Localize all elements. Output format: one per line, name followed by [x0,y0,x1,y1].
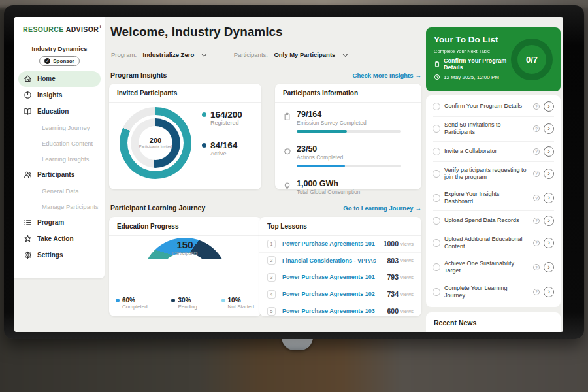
card-title: Invited Participants [109,84,261,103]
lesson-rank: 3 [267,273,276,282]
task-go-button[interactable]: › [544,146,554,157]
legend-registered: 164/200 Registered [202,110,242,126]
stat-emission-survey: 79/164 Emission Survey Completed [283,110,401,133]
todo-summary-card: Your To Do List Complete Your Next Task:… [426,27,561,91]
lesson-link[interactable]: Power Purchase Agreements 103 [282,308,387,314]
task-go-button[interactable]: › [544,123,554,134]
task-label[interactable]: Upload Spend Data Records [444,217,529,224]
help-icon[interactable]: ? [533,171,540,177]
help-icon[interactable]: ? [533,125,540,132]
task-go-button[interactable]: › [544,216,554,226]
participants-select[interactable]: Participants: Only My Participants [234,48,346,59]
gauge-center-label: Participants [109,250,261,256]
task-go-button[interactable]: › [544,193,554,203]
sidebar-item-take-action[interactable]: Take Action [18,231,101,247]
sidebar-item-general-data[interactable]: General Data [18,184,101,199]
sidebar-item-label: Education Content [42,140,93,147]
task-go-button[interactable]: › [544,287,554,297]
sidebar-item-label: Settings [37,252,63,259]
task-label[interactable]: Achieve One Sustainability Target [444,260,529,275]
due-label: 12 May 2025, 12:00 PM [444,74,499,80]
gauge-center: 150 Participants [109,239,261,256]
lesson-link[interactable]: Power Purchase Agreements 101 [282,274,387,280]
stat-label: Actions Completed [297,154,401,161]
help-icon[interactable]: ? [533,240,540,246]
legend-not-started: 10% Not Started [221,297,254,310]
task-checkbox[interactable] [433,239,440,247]
help-icon[interactable]: ? [533,195,540,201]
task-row: Complete Your Learning Journey ? › [433,280,554,305]
legend-value: 60% [122,297,135,304]
invited-legend: 164/200 Registered 84/164 Active [202,110,242,171]
task-go-button[interactable]: › [544,101,554,112]
task-checkbox[interactable] [433,217,440,225]
task-label[interactable]: Upload Additional Educational Content [444,236,529,251]
task-checkbox[interactable] [433,194,440,202]
help-icon[interactable]: ? [533,218,540,224]
program-insights-header: Program Insights Check More Insights→ [110,71,421,79]
views-suffix: views [400,308,414,314]
sidebar-item-manage-participants[interactable]: Manage Participants [18,199,101,214]
sidebar-item-learning-insights[interactable]: Learning Insights [18,152,101,167]
task-label[interactable]: Send 50 Invitations to Participants [444,122,529,137]
participants-value: Only My Participants [274,51,335,58]
sidebar-item-label: General Data [42,188,79,195]
task-checkbox[interactable] [433,170,440,178]
help-icon[interactable]: ? [533,148,540,155]
legend-label: Pending [178,304,197,310]
task-go-button[interactable]: › [544,238,554,248]
help-icon[interactable]: ? [533,289,540,295]
sidebar-item-label: Insights [37,91,62,99]
education-progress-card: Education Progress 150 Participants 60% … [109,217,261,316]
help-icon[interactable]: ? [533,103,540,110]
sidebar-item-program[interactable]: Program [18,215,101,231]
next-task-label: Confirm Your Program Details [444,57,521,71]
section-title: Participant Learning Journey [110,204,205,212]
sidebar-item-settings[interactable]: Settings [18,248,101,263]
task-label[interactable]: Complete Your Learning Journey [444,285,529,300]
screen: RESOURCE ADVISOR+ Industry Dynamics ✓ Sp… [14,17,563,332]
task-go-button[interactable]: › [544,169,554,179]
book-icon [24,107,32,116]
sidebar-item-label: Learning Journey [42,124,90,131]
task-checkbox[interactable] [433,125,440,133]
go-to-learning-journey-link[interactable]: Go to Learning Journey→ [343,204,421,212]
task-label[interactable]: Explore Your Insights Dashboard [444,191,529,206]
sidebar-item-learning-journey[interactable]: Learning Journey [18,120,101,135]
views-suffix: views [400,274,414,280]
sidebar-item-label: Participants [37,171,74,178]
legend-pending: 30% Pending [171,297,197,310]
check-more-insights-link[interactable]: Check More Insights→ [353,72,421,79]
lesson-link[interactable]: Power Purchase Agreements 102 [282,291,387,297]
task-label[interactable]: Invite a Collaborator [444,148,529,155]
progress-track [297,130,401,133]
sidebar-item-education-content[interactable]: Education Content [18,136,101,151]
task-checkbox[interactable] [433,288,440,296]
sidebar-item-label: Home [37,75,56,82]
collapse-tasks-link[interactable]: Collapse Tasks [433,304,554,307]
stat-value: 1,000 GWh [297,179,360,188]
lesson-rank: 1 [267,240,276,248]
task-checkbox[interactable] [433,103,440,110]
sidebar-item-insights[interactable]: Insights [18,88,101,103]
sidebar-item-education[interactable]: Education [18,104,101,120]
logo-resource: RESOURCE [23,25,64,33]
task-checkbox[interactable] [433,148,440,155]
lesson-link[interactable]: Financial Considerations - VPPAs [282,257,387,264]
lesson-link[interactable]: Power Purchase Agreements 101 [282,240,384,247]
sidebar-item-home[interactable]: Home [18,71,101,87]
task-label[interactable]: Verify participants requesting to join t… [444,167,529,182]
task-go-button[interactable]: › [544,262,554,272]
todo-task-list: Confirm Your Program Details ? › Send 50… [426,95,561,307]
lesson-row: 5 Power Purchase Agreements 103 600 view… [259,302,421,319]
recent-news-title: Recent News [426,312,561,331]
help-icon[interactable]: ? [533,264,540,270]
program-select[interactable]: Program: Industrialize Zero [111,48,205,59]
task-label[interactable]: Confirm Your Program Details [444,103,529,110]
clipboard-icon [434,61,440,67]
insights-icon [24,91,32,99]
sidebar-item-participants[interactable]: Participants [18,167,101,183]
lesson-views: 793 [387,273,399,281]
task-row: Send 50 Invitations to Participants ? › [433,117,554,142]
task-checkbox[interactable] [433,263,440,271]
